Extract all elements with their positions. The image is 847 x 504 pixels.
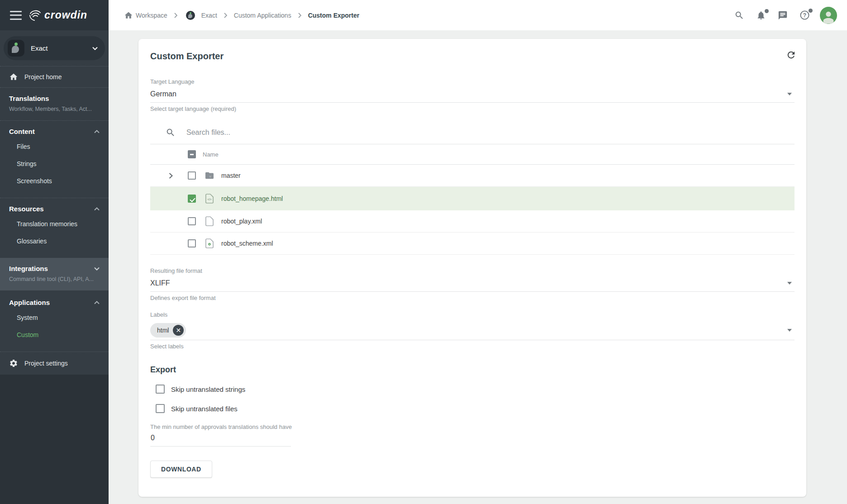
crowdin-logo-icon [28, 10, 42, 21]
option-label: Skip untranslated files [171, 405, 238, 413]
project-selector[interactable]: Exact [4, 36, 105, 60]
sidebar-filler [0, 375, 109, 504]
notification-badge-dot [765, 9, 769, 13]
labels-select[interactable]: html ✕ [150, 320, 795, 340]
search-files-input[interactable] [186, 128, 476, 137]
crowdin-logo-text: crowdin [44, 9, 87, 21]
remove-chip-icon[interactable]: ✕ [173, 325, 184, 336]
option-skip-untranslated-strings: Skip untranslated strings [150, 385, 795, 394]
file-table: Name ⑂ master </> robot_homepage.html [150, 144, 795, 255]
breadcrumb-project[interactable]: Exact [201, 12, 217, 19]
sidebar-item-custom[interactable]: Custom [9, 326, 100, 343]
format-value: XLIFF [150, 279, 170, 287]
refresh-icon[interactable] [786, 50, 796, 62]
skip-untranslated-files-checkbox[interactable] [156, 404, 165, 413]
breadcrumb-workspace[interactable]: Workspace [136, 12, 167, 19]
expand-chevron-icon[interactable] [169, 173, 188, 179]
sidebar-item-glossaries[interactable]: Glossaries [9, 233, 100, 250]
page-title: Custom Exporter [150, 51, 795, 62]
chevron-down-icon [94, 267, 100, 271]
format-label: Resulting file format [150, 267, 795, 274]
download-button[interactable]: DOWNLOAD [150, 461, 212, 478]
row-checkbox[interactable] [188, 171, 196, 180]
target-language-select[interactable]: German [150, 87, 795, 103]
chevron-up-icon [94, 130, 100, 133]
help-icon[interactable]: ? [799, 10, 810, 20]
sidebar: Exact Project home Translations Workflow… [0, 30, 109, 504]
approvals-field: The min number of approvals translations… [150, 423, 795, 447]
section-title: Integrations [9, 265, 48, 272]
search-icon [166, 128, 176, 138]
section-header-resources[interactable]: Resources [9, 205, 100, 213]
help-badge-dot [809, 9, 813, 13]
sidebar-item-translation-memories[interactable]: Translation memories [9, 215, 100, 233]
svg-text:⑂: ⑂ [209, 175, 211, 179]
export-section-title: Export [150, 365, 795, 375]
file-row-robot-scheme[interactable]: robot_scheme.xml [150, 233, 795, 255]
target-language-label: Target Language [150, 78, 795, 85]
section-header-applications[interactable]: Applications [9, 299, 100, 306]
messages-icon[interactable] [778, 10, 788, 20]
section-title: Content [9, 128, 35, 135]
section-title: Resources [9, 205, 44, 213]
chevron-up-icon [94, 301, 100, 304]
file-row-robot-homepage[interactable]: </> robot_homepage.html [150, 187, 795, 210]
select-all-checkbox[interactable] [188, 150, 196, 158]
sidebar-item-system[interactable]: System [9, 309, 100, 326]
chip-label: html [157, 327, 169, 334]
sidebar-section-translations[interactable]: Translations Workflow, Members, Tasks, A… [0, 88, 109, 120]
user-avatar[interactable] [820, 7, 837, 24]
breadcrumb-separator-icon [174, 13, 178, 18]
label-chip-html: html ✕ [150, 323, 186, 338]
crowdin-logo[interactable]: crowdin [28, 9, 87, 21]
file-table-header: Name [150, 144, 795, 165]
caret-down-icon [787, 329, 792, 332]
approvals-input[interactable] [150, 431, 291, 447]
search-icon[interactable] [734, 10, 744, 20]
file-row-master[interactable]: ⑂ master [150, 165, 795, 187]
project-selector-wrap: Exact [0, 30, 109, 66]
gear-icon [9, 359, 18, 368]
branch-folder-icon: ⑂ [205, 171, 214, 180]
sidebar-section-integrations[interactable]: Integrations Command line tool (CLI), AP… [0, 258, 109, 290]
notifications-bell-icon[interactable] [756, 10, 766, 20]
skip-untranslated-strings-checkbox[interactable] [156, 385, 165, 394]
svg-text:?: ? [803, 12, 806, 19]
html-file-icon: </> [205, 194, 214, 204]
section-title: Translations [9, 95, 49, 102]
top-bar: crowdin Workspace Exact Custom Applicati… [0, 0, 847, 30]
section-subtitle: Command line tool (CLI), API, A... [9, 276, 100, 282]
file-name: robot_homepage.html [221, 195, 283, 202]
sidebar-item-project-settings[interactable]: Project settings [0, 352, 109, 375]
option-skip-untranslated-files: Skip untranslated files [150, 404, 795, 413]
row-checkbox[interactable] [188, 195, 196, 203]
row-checkbox[interactable] [188, 239, 196, 247]
sidebar-item-project-home[interactable]: Project home [0, 67, 109, 87]
target-language-value: German [150, 90, 176, 98]
section-subtitle: Workflow, Members, Tasks, Act... [9, 106, 100, 112]
svg-text:</>: </> [207, 197, 211, 200]
sidebar-item-screenshots[interactable]: Screenshots [9, 172, 100, 190]
section-header-content[interactable]: Content [9, 128, 100, 135]
breadcrumb-current-page: Custom Exporter [308, 12, 360, 19]
xml-file-icon [205, 216, 214, 226]
caret-down-icon [787, 93, 792, 95]
project-logo-icon [8, 40, 24, 57]
main-content: Custom Exporter Target Language German S… [109, 30, 847, 504]
hamburger-menu-icon[interactable] [10, 11, 22, 20]
row-checkbox[interactable] [188, 217, 196, 225]
custom-exporter-card: Custom Exporter Target Language German S… [138, 39, 806, 497]
android-xml-file-icon [205, 238, 214, 248]
format-helper: Defines export file format [150, 295, 795, 301]
chevron-up-icon [94, 207, 100, 211]
home-icon[interactable] [124, 11, 133, 20]
labels-helper: Select labels [150, 343, 795, 350]
file-row-robot-play[interactable]: robot_play.xml [150, 210, 795, 233]
sidebar-section-resources: Resources Translation memories Glossarie… [0, 198, 109, 258]
format-select[interactable]: XLIFF [150, 276, 795, 292]
sidebar-item-strings[interactable]: Strings [9, 155, 100, 172]
project-selector-label: Exact [31, 44, 92, 52]
breadcrumb-custom-applications[interactable]: Custom Applications [234, 12, 291, 19]
file-search [150, 122, 795, 144]
sidebar-item-files[interactable]: Files [9, 138, 100, 155]
